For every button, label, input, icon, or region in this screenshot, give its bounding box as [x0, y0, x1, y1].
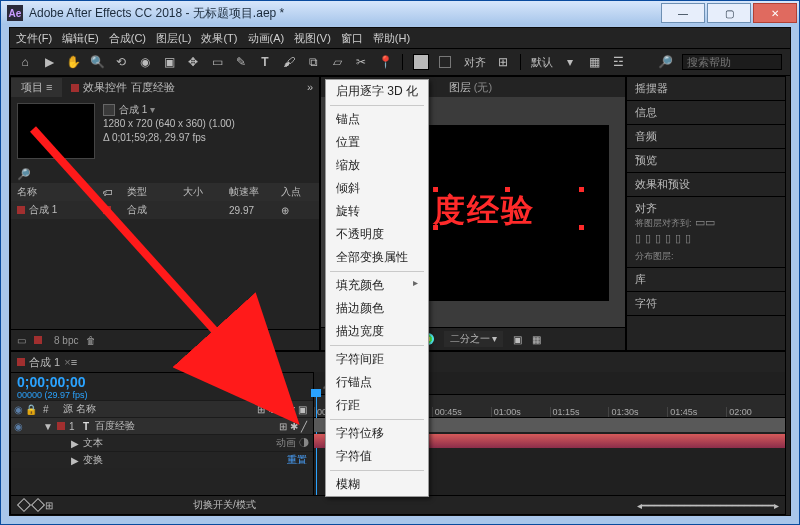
project-columns: 名称 🏷 类型 大小 帧速率 入点: [11, 183, 319, 201]
libraries-panel[interactable]: 库: [627, 268, 785, 292]
ctx-item[interactable]: 全部变换属性: [326, 246, 428, 269]
panel-icon-2[interactable]: ☲: [611, 55, 625, 69]
audio-panel[interactable]: 音频: [627, 125, 785, 149]
panel-menu-icon[interactable]: »: [307, 81, 313, 93]
menu-layer[interactable]: 图层(L): [156, 31, 191, 46]
timecode[interactable]: 0;00;00;00: [11, 372, 313, 390]
character-panel[interactable]: 字符: [627, 292, 785, 316]
ctx-item[interactable]: 启用逐字 3D 化: [326, 80, 428, 103]
ctx-item[interactable]: 位置: [326, 131, 428, 154]
comp-dimensions: 1280 x 720 (640 x 360) (1.00): [103, 117, 235, 131]
ctx-item[interactable]: 倾斜: [326, 177, 428, 200]
tag-icon[interactable]: 🏷: [103, 187, 127, 198]
composition-thumbnail[interactable]: [17, 103, 95, 159]
interpret-icon[interactable]: ▭: [17, 335, 26, 346]
ctx-item[interactable]: 锚点: [326, 108, 428, 131]
menu-window[interactable]: 窗口: [341, 31, 363, 46]
label-icon[interactable]: [34, 336, 42, 344]
graph-toggle-icon[interactable]: ⊞: [45, 500, 53, 511]
puppet-tool-icon[interactable]: 📍: [378, 55, 392, 69]
window-maximize[interactable]: ▢: [707, 3, 751, 23]
layer-row-1[interactable]: ◉ ▼ 1 T 百度经验 ⊞ ✱ ╱: [11, 417, 313, 434]
roto-tool-icon[interactable]: ✂: [354, 55, 368, 69]
rotate-tool-icon[interactable]: ◉: [138, 55, 152, 69]
tag-color[interactable]: [103, 206, 111, 214]
trash-icon[interactable]: 🗑: [86, 335, 96, 346]
menubar[interactable]: 文件(F) 编辑(E) 合成(C) 图层(L) 效果(T) 动画(A) 视图(V…: [10, 28, 790, 48]
bpc-label[interactable]: 8 bpc: [54, 335, 78, 346]
ctx-item[interactable]: 行距: [326, 394, 428, 417]
search-icon: 🔎: [17, 168, 31, 181]
ctx-item[interactable]: 旋转: [326, 200, 428, 223]
project-item-row[interactable]: 合成 1 合成 29.97 ⊕: [11, 201, 319, 219]
resolution-dropdown[interactable]: 二分之一 ▾: [444, 331, 504, 347]
clone-tool-icon[interactable]: ⧉: [306, 55, 320, 69]
text-tool-icon[interactable]: T: [258, 55, 272, 69]
tl-comp-tab[interactable]: 合成 1: [29, 355, 60, 370]
layer-transform-prop[interactable]: ▶变换 重置: [11, 451, 313, 468]
eraser-tool-icon[interactable]: ▱: [330, 55, 344, 69]
camera-tool-icon[interactable]: ▣: [162, 55, 176, 69]
ctx-item[interactable]: 字符间距: [326, 348, 428, 371]
window-close[interactable]: ✕: [753, 3, 797, 23]
menu-help[interactable]: 帮助(H): [373, 31, 410, 46]
hand-tool-icon[interactable]: ✋: [66, 55, 80, 69]
comp-duration: Δ 0;01;59;28, 29.97 fps: [103, 131, 235, 145]
ctx-item[interactable]: 描边颜色: [326, 297, 428, 320]
shape-tool-icon[interactable]: ▭: [210, 55, 224, 69]
ctx-item[interactable]: 缩放: [326, 154, 428, 177]
label-color-icon[interactable]: [17, 206, 25, 214]
orbit-tool-icon[interactable]: ⟲: [114, 55, 128, 69]
ctx-item[interactable]: 模糊: [326, 473, 428, 496]
snap-checkbox[interactable]: [439, 56, 451, 68]
home-icon[interactable]: ⌂: [18, 55, 32, 69]
menu-effect[interactable]: 效果(T): [201, 31, 237, 46]
ctx-item[interactable]: 行锚点: [326, 371, 428, 394]
toolbar: ⌂ ▶ ✋ 🔍 ⟲ ◉ ▣ ✥ ▭ ✎ T 🖌 ⧉ ▱ ✂ 📍 对齐 ⊞ 默认 …: [10, 48, 790, 76]
composition-icon: [103, 104, 115, 116]
preview-text[interactable]: 度经验: [433, 189, 535, 233]
anchor-tool-icon[interactable]: ✥: [186, 55, 200, 69]
effects-presets-panel[interactable]: 效果和预设: [627, 173, 785, 197]
menu-composition[interactable]: 合成(C): [109, 31, 146, 46]
toggle-switches-label[interactable]: 切换开关/模式: [193, 498, 256, 512]
ctx-item[interactable]: 填充颜色: [326, 274, 428, 297]
chevron-down-icon[interactable]: ▾: [563, 55, 577, 69]
selection-tool-icon[interactable]: ▶: [42, 55, 56, 69]
brush-tool-icon[interactable]: 🖌: [282, 55, 296, 69]
ctx-item[interactable]: 字符值: [326, 445, 428, 468]
panel-icon-1[interactable]: ▦: [587, 55, 601, 69]
snap-opts-icon[interactable]: ⊞: [496, 55, 510, 69]
layer-text-prop[interactable]: ▶文本 动画 ◑: [11, 434, 313, 451]
info-panel[interactable]: 信息: [627, 101, 785, 125]
menu-animation[interactable]: 动画(A): [248, 31, 285, 46]
layer-tab[interactable]: 图层 (无): [449, 80, 492, 95]
menu-file[interactable]: 文件(F): [16, 31, 52, 46]
project-tab[interactable]: 项目 ≡: [11, 78, 62, 97]
ctx-item[interactable]: 字符位移: [326, 422, 428, 445]
workspace-default[interactable]: 默认: [531, 55, 553, 70]
menu-edit[interactable]: 编辑(E): [62, 31, 99, 46]
pen-tool-icon[interactable]: ✎: [234, 55, 248, 69]
align-panel[interactable]: 对齐 将图层对齐到: ▭▭ ▯▯▯▯▯▯ 分布图层:: [627, 197, 785, 268]
ctx-item[interactable]: 不透明度: [326, 223, 428, 246]
help-search-input[interactable]: [682, 54, 782, 70]
zoom-tool-icon[interactable]: 🔍: [90, 55, 104, 69]
visibility-toggle[interactable]: ◉: [11, 421, 25, 432]
add-keyframe-icon[interactable]: [31, 498, 45, 512]
preview-panel[interactable]: 预览: [627, 149, 785, 173]
effect-controls-tab[interactable]: 效果控件 百度经验: [71, 80, 174, 95]
fill-swatch[interactable]: [413, 54, 429, 70]
search-icon: 🔎: [658, 55, 672, 69]
window-minimize[interactable]: —: [661, 3, 705, 23]
menu-view[interactable]: 视图(V): [294, 31, 331, 46]
ctx-item[interactable]: 描边宽度: [326, 320, 428, 343]
wiggler-panel[interactable]: 摇摆器: [627, 77, 785, 101]
transparency-icon[interactable]: ▦: [532, 334, 541, 345]
app-icon: Ae: [7, 5, 23, 21]
region-icon[interactable]: ▣: [513, 334, 522, 345]
prev-keyframe-icon[interactable]: [17, 498, 31, 512]
tl-close-tab[interactable]: ×: [64, 356, 70, 368]
animate-context-menu[interactable]: 启用逐字 3D 化锚点位置缩放倾斜旋转不透明度全部变换属性填充颜色描边颜色描边宽…: [325, 79, 429, 497]
snap-label: 对齐: [464, 55, 486, 70]
